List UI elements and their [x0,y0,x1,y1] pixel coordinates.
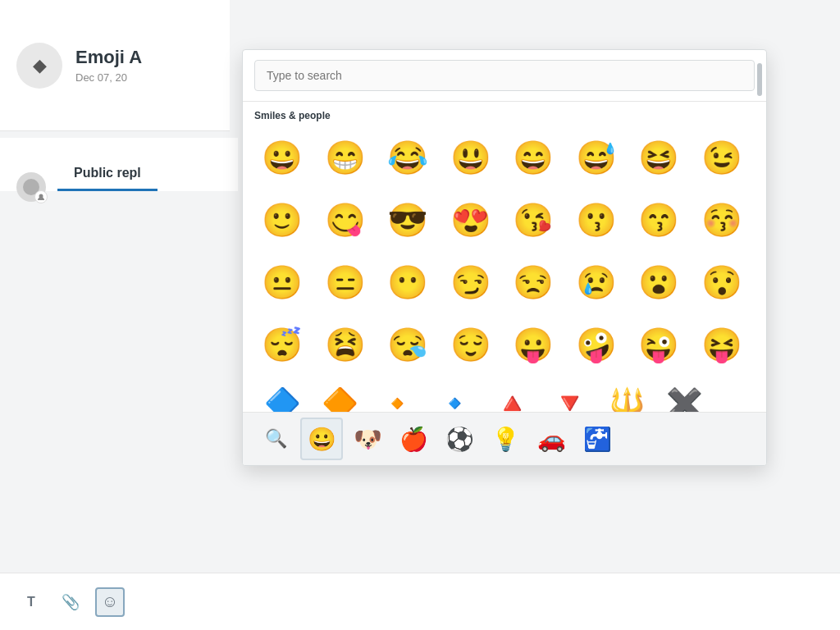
emoji-item[interactable]: 😏 [443,254,499,310]
category-food-btn[interactable]: 🍎 [392,418,435,460]
brand-logo: ◆ [16,43,62,89]
emoji-button[interactable]: ☺ [95,587,125,617]
smiley-icon: ☺ [102,592,118,611]
category-animals-btn[interactable]: 🐶 [346,418,389,460]
emoji-grid-row3: 😐 😑 😶 😏 😒 😢 😮 😯 [243,251,766,313]
emoji-grid-row1: 😀 😁 😂 😃 😄 😅 😆 😉 [243,126,766,189]
emoji-item[interactable]: 😗 [568,192,624,248]
category-travel-btn[interactable]: 🚗 [530,418,573,460]
emoji-item[interactable]: 😘 [505,192,561,248]
emoji-item[interactable]: 🤪 [568,317,624,372]
emoji-item[interactable]: 🔸 [369,376,425,412]
emoji-search-input[interactable] [254,60,755,91]
emoji-item[interactable]: 😪 [380,317,436,372]
emoji-grid-row4: 😴 😫 😪 😌 😛 🤪 😜 😝 [243,313,766,376]
text-format-button[interactable]: T [16,587,46,617]
emoji-item[interactable]: 😢 [568,254,624,310]
emoji-item[interactable]: 😑 [317,254,373,310]
emoji-item[interactable]: 😅 [568,130,624,185]
category-smileys-btn[interactable]: 😀 [300,418,343,460]
emoji-item[interactable]: 🔶 [312,376,368,412]
emoji-item[interactable]: 😄 [505,130,561,185]
ticket-date: Dec 07, 20 [75,71,213,84]
ticket-header: ◆ Emoji A Dec 07, 20 [0,0,230,131]
emoji-item[interactable]: 😙 [631,192,687,248]
search-area [243,50,766,102]
reply-toolbar: T 📎 ☺ [0,573,840,630]
picker-scrollbar[interactable] [756,60,763,454]
emoji-grid-row2: 🙂 😋 😎 😍 😘 😗 😙 😚 [243,189,766,251]
logo-icon: ◆ [33,55,47,76]
header-text: Emoji A Dec 07, 20 [75,47,213,84]
category-objects-btn[interactable]: 💡 [484,418,527,460]
attach-button[interactable]: 📎 [56,587,85,617]
emoji-item[interactable]: 😮 [631,254,687,310]
emoji-item[interactable]: 😛 [505,317,561,372]
emoji-item[interactable]: 😜 [631,317,687,372]
emoji-item[interactable]: 🔺 [484,376,540,412]
emoji-item[interactable]: 😎 [380,192,436,248]
emoji-item[interactable]: 😍 [443,192,499,248]
emoji-item[interactable]: 😶 [380,254,436,310]
avatar [16,172,46,202]
emoji-item[interactable]: 😃 [443,130,499,185]
category-symbols-btn[interactable]: 🚰 [576,418,619,460]
section-label: Smiles & people [243,102,766,126]
emoji-item[interactable]: ✖️ [656,376,712,412]
emoji-item[interactable]: 😚 [694,192,750,248]
category-sports-btn[interactable]: ⚽ [438,418,481,460]
emoji-item[interactable]: 😴 [254,317,310,372]
reply-label: Public repl [57,151,158,191]
emoji-item[interactable]: 🔻 [541,376,597,412]
category-search-btn[interactable]: 🔍 [254,418,297,460]
emoji-item[interactable]: 😝 [694,317,750,372]
emoji-item[interactable]: 😯 [694,254,750,310]
emoji-item[interactable]: 😆 [631,130,687,185]
emoji-item[interactable]: 🔱 [599,376,655,412]
emoji-item[interactable]: 🙂 [254,192,310,248]
emoji-item[interactable]: 🔷 [254,376,310,412]
emoji-item[interactable]: 😐 [254,254,310,310]
emoji-item[interactable]: 😌 [443,317,499,372]
emoji-item[interactable]: 😒 [505,254,561,310]
emoji-item[interactable]: 😫 [317,317,373,372]
paperclip-icon: 📎 [62,593,80,611]
emoji-item[interactable]: 😉 [694,130,750,185]
avatar-badge [34,190,48,203]
category-bar: 🔍 😀 🐶 🍎 ⚽ 💡 🚗 🚰 [243,412,766,465]
emoji-picker: Smiles & people 😀 😁 😂 😃 😄 😅 😆 😉 🙂 😋 😎 😍 … [242,49,767,466]
text-icon: T [27,595,35,609]
emoji-item[interactable]: 😀 [254,130,310,185]
emoji-item[interactable]: 😋 [317,192,373,248]
emoji-item[interactable]: 😂 [380,130,436,185]
emoji-grid-partial: 🔷 🔶 🔸 🔹 🔺 🔻 🔱 ✖️ [243,376,766,412]
emoji-item[interactable]: 😁 [317,130,373,185]
emoji-item[interactable]: 🔹 [427,376,482,412]
ticket-title: Emoji A [75,47,213,68]
